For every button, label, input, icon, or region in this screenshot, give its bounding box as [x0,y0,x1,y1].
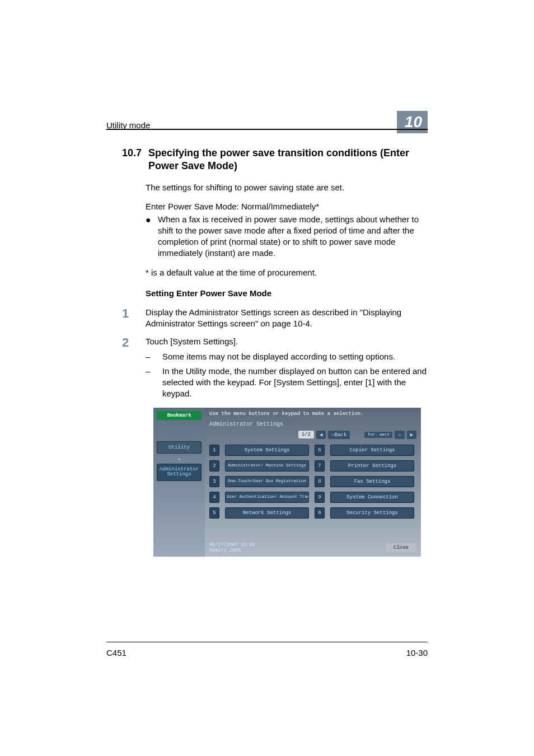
footer-model: C451 [106,648,127,657]
screenshot-nav: 1/2 ◀ ⇦Back For- ward ⇨ ▶ [209,431,416,439]
default-note: * is a default value at the time of proc… [146,267,428,278]
system-connection-button[interactable]: System Connection [330,492,414,503]
step-text: Display the Administrator Settings scree… [146,307,428,330]
system-settings-button[interactable]: System Settings [225,445,309,456]
close-button[interactable]: Close [386,543,416,552]
forward-label[interactable]: For- ward [364,432,392,438]
bullet-text: When a fax is received in power save mod… [158,214,428,259]
screenshot-left-panel: Bookmark Utility ▪ Administrator Setting… [153,408,205,557]
network-settings-button[interactable]: Network Settings [225,507,309,519]
settings-grid: 1 System Settings 6 Copier Settings 2 Ad… [209,445,416,519]
item-number[interactable]: 6 [315,445,325,456]
utility-button[interactable]: Utility [157,441,202,454]
fax-settings-button[interactable]: Fax Settings [330,476,414,487]
item-number[interactable]: 4 [209,492,219,503]
step-1: 1 Display the Administrator Settings scr… [122,307,428,330]
onetouch-userbox-button[interactable]: One-Touch/User Box Registration [225,476,309,487]
item-number[interactable]: 8 [315,476,325,487]
step-number: 1 [122,307,146,330]
dash-text: In the Utility mode, the number displaye… [162,366,428,400]
running-header: Utility mode [106,120,150,133]
separator-icon: ▪ [157,457,202,463]
bookmark-tab[interactable]: Bookmark [157,411,202,420]
item-number[interactable]: 3 [209,476,219,487]
item-number[interactable]: 0 [315,507,325,519]
step-text: Touch [System Settings]. [146,336,428,347]
printer-settings-button[interactable]: Printer Settings [330,460,414,472]
item-number[interactable]: 7 [315,460,325,472]
admin-settings-screenshot: Bookmark Utility ▪ Administrator Setting… [153,408,421,557]
screenshot-datetime: 09/27/2007 15:44 [209,542,255,548]
chapter-number-badge: 10 [397,111,428,133]
back-button[interactable]: ⇦Back [328,431,350,439]
footer-page: 10-30 [406,648,428,657]
subheading: Setting Enter Power Save Mode [146,288,428,298]
item-number[interactable]: 5 [209,507,219,519]
forward-arrow-icon[interactable]: ⇨ [395,431,404,439]
section-title: Specifying the power save transition con… [148,147,417,172]
item-number[interactable]: 9 [315,492,325,503]
item-number[interactable]: 2 [209,460,219,472]
section-heading: 10.7 Specifying the power save transitio… [122,147,428,172]
item-number[interactable]: 1 [209,445,219,456]
user-auth-button[interactable]: User Authentication/ Account Track [225,492,309,503]
page-next-icon[interactable]: ▶ [407,431,416,439]
admin-machine-settings-button[interactable]: Administrator/ Machine Settings [225,460,309,472]
step-number: 2 [122,336,146,399]
dash-text: Some items may not be displayed accordin… [162,351,428,362]
mode-line: Enter Power Save Mode: Normal/Immediatel… [146,201,428,212]
header-rule [106,129,428,130]
section-number: 10.7 [122,147,146,160]
step-2: 2 Touch [System Settings]. – Some items … [122,336,428,399]
page-prev-icon[interactable]: ◀ [316,431,326,439]
intro-paragraph: The settings for shifting to power savin… [146,182,428,193]
screenshot-title: Administrator Settings [209,421,416,427]
administrator-settings-button[interactable]: Administrator Settings [157,464,202,482]
copier-settings-button[interactable]: Copier Settings [330,445,414,456]
page-indicator: 1/2 [298,431,314,438]
screenshot-footer-info: 09/27/2007 15:44 Memory 100% [209,542,255,553]
dash-icon: – [146,351,162,362]
screenshot-instruction: Use the menu buttons or keypad to make a… [209,411,416,417]
dash-icon: – [146,366,162,400]
screenshot-memory: Memory 100% [209,548,255,553]
screenshot-right-panel: Use the menu buttons or keypad to make a… [205,408,421,557]
security-settings-button[interactable]: Security Settings [330,507,414,519]
bullet-dot-icon: ● [146,214,158,259]
